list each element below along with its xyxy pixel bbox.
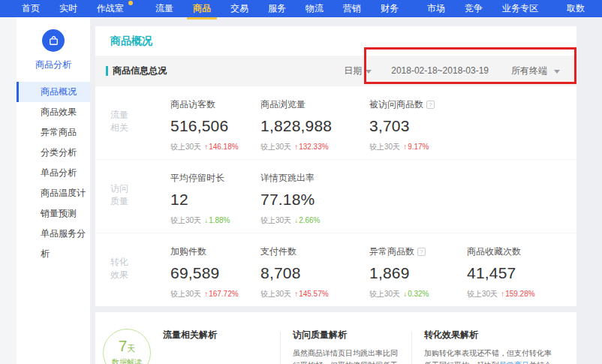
sidebar-item-single-item-service[interactable]: 单品服务分析: [17, 224, 90, 244]
metric-item-visited-goods: 被访问商品数 3,703 较上30天9.17%: [369, 98, 467, 159]
section-header: 商品信息总况 日期 2018-02-18~2018-03-19 所有终端: [95, 56, 576, 86]
metric-row-traffic: 流量相关 商品访客数 516,506 较上30天146.18% 商品浏览量 1,…: [95, 86, 576, 159]
insight-body: 加购转化率表现还不错，但支付转化率低于同行平均，赶快到异常商品并结合使用商品温度…: [424, 347, 555, 364]
nav-item-logistics[interactable]: 物流: [296, 0, 333, 17]
shopping-bag-icon: [42, 29, 65, 52]
section-title: 商品信息总况: [113, 65, 167, 77]
nav-item-realtime[interactable]: 实时: [50, 0, 87, 17]
nav-item-marketing[interactable]: 营销: [333, 0, 371, 17]
terminal-dropdown[interactable]: 所有终端: [511, 65, 560, 77]
sidebar: 商品分析 商品概况 商品效果 异常商品 分类分析 单品分析 商品温度计 销量预测…: [17, 17, 90, 364]
main-content: 商品概况 商品信息总况 日期 2018-02-18~2018-03-19 所有终…: [90, 17, 602, 364]
nav-item-trade[interactable]: 交易: [221, 0, 258, 17]
chevron-down-icon: [366, 70, 372, 74]
date-type-dropdown[interactable]: 日期: [344, 65, 372, 77]
sidebar-item-category-analysis[interactable]: 分类分析: [17, 143, 90, 163]
metric-item-cart-adds: 加购件数 69,589 较上30天167.72%: [170, 245, 260, 306]
inline-link[interactable]: 异常商品: [499, 361, 529, 364]
date-range-picker[interactable]: 2018-02-18~2018-03-19: [391, 65, 489, 76]
nav-item-warroom[interactable]: 作战室: [87, 0, 137, 17]
metric-item-abnormal-goods: 异常商品数 1,869 较上30天0.32%: [369, 245, 467, 306]
chevron-down-icon: [554, 70, 560, 74]
sidebar-item-single-item-analysis[interactable]: 单品分析: [17, 163, 90, 183]
row-label: 流量相关: [110, 98, 149, 145]
insight-traffic: 流量相关解析: [151, 324, 280, 364]
metric-item-visitors: 商品访客数 516,506 较上30天146.18%: [170, 98, 260, 159]
notification-dot-icon: [128, 1, 133, 5]
insight-heading: 访问质量解析: [293, 329, 401, 341]
nav-item-goods[interactable]: 商品: [183, 0, 221, 17]
nav-item-academy[interactable]: 学院: [594, 0, 602, 17]
metric-item-favorites: 商品收藏次数 41,457 较上30天159.28%: [467, 245, 535, 306]
date-type-label: 日期: [344, 65, 362, 77]
nav-item-label: 作战室: [97, 3, 124, 14]
sidebar-app-title: 商品分析: [17, 59, 90, 71]
nav-item-traffic[interactable]: 流量: [146, 0, 183, 17]
metric-item-paid-items: 支付件数 8,708 较上30天145.57%: [260, 245, 369, 306]
nav-item-business-zone[interactable]: 业务专区: [492, 0, 548, 17]
sidebar-item-goods-effect[interactable]: 商品效果: [17, 102, 90, 122]
sidebar-header: 商品分析: [17, 29, 90, 71]
sidebar-item-sales-forecast[interactable]: 销量预测: [17, 203, 90, 224]
terminal-label: 所有终端: [511, 65, 547, 77]
overview-panel: 商品概况 商品信息总况 日期 2018-02-18~2018-03-19 所有终…: [95, 26, 576, 306]
page-title: 商品概况: [95, 26, 576, 56]
page-body: 商品分析 商品概况 商品效果 异常商品 分类分析 单品分析 商品温度计 销量预测…: [0, 17, 602, 364]
nav-item-market[interactable]: 市场: [417, 0, 455, 17]
metric-item-avg-stay: 平均停留时长 12 较上30天1.88%: [170, 172, 260, 233]
metric-item-pageviews: 商品浏览量 1,828,988 较上30天132.33%: [260, 98, 369, 159]
top-nav: 首页 实时 作战室 流量 商品 交易 服务 物流 营销 财务 市场 竞争 业务专…: [0, 0, 602, 17]
nav-item-finance[interactable]: 财务: [371, 0, 408, 17]
inline-text: 虽然商品详情页日均跳出率比同行平均好，但平均停留时间低于同行平均，请关注页面搭建…: [293, 349, 398, 364]
insight-heading: 转化效果解析: [424, 329, 555, 341]
help-icon[interactable]: [426, 101, 435, 109]
insight-conversion: 转化效果解析 加购转化率表现还不错，但支付转化率低于同行平均，赶快到异常商品并结…: [412, 324, 566, 364]
row-label: 访问质量: [110, 172, 149, 218]
insight-heading: 流量相关解析: [163, 329, 269, 341]
insights-panel: 7天 数据解读 流量相关解析 访问质量解析 虽然商品详情页日均跳出率比同行平均好…: [95, 312, 576, 364]
sidebar-item-abnormal-goods[interactable]: 异常商品: [17, 122, 90, 143]
help-icon[interactable]: [417, 248, 426, 256]
filter-bar: 日期 2018-02-18~2018-03-19 所有终端: [344, 65, 560, 77]
nav-item-competition[interactable]: 竞争: [455, 0, 492, 17]
sidebar-item-goods-thermometer[interactable]: 商品温度计: [17, 183, 90, 203]
nav-item-home[interactable]: 首页: [12, 0, 50, 17]
metric-row-conversion: 转化效果 加购件数 69,589 较上30天167.72% 支付件数 8,708…: [95, 233, 576, 306]
section-accent-bar: [106, 66, 108, 76]
metric-item-bounce-rate: 详情页跳出率 77.18% 较上30天2.66%: [260, 172, 369, 233]
insight-quality: 访问质量解析 虽然商品详情页日均跳出率比同行平均好，但平均停留时间低于同行平均，…: [281, 324, 411, 364]
row-label: 转化效果: [110, 245, 149, 292]
metric-row-quality: 访问质量 平均停留时长 12 较上30天1.88% 详情页跳出率 77.18% …: [95, 159, 576, 233]
sidebar-item-goods-overview[interactable]: 商品概况: [17, 82, 90, 102]
insight-body: 虽然商品详情页日均跳出率比同行平均好，但平均停留时间低于同行平均，请关注页面搭建…: [293, 347, 401, 364]
data-insight-badge: 7天 数据解读: [103, 329, 151, 364]
nav-item-data-extract[interactable]: 取数: [557, 0, 594, 17]
nav-item-service[interactable]: 服务: [258, 0, 296, 17]
left-gutter: [0, 17, 17, 364]
